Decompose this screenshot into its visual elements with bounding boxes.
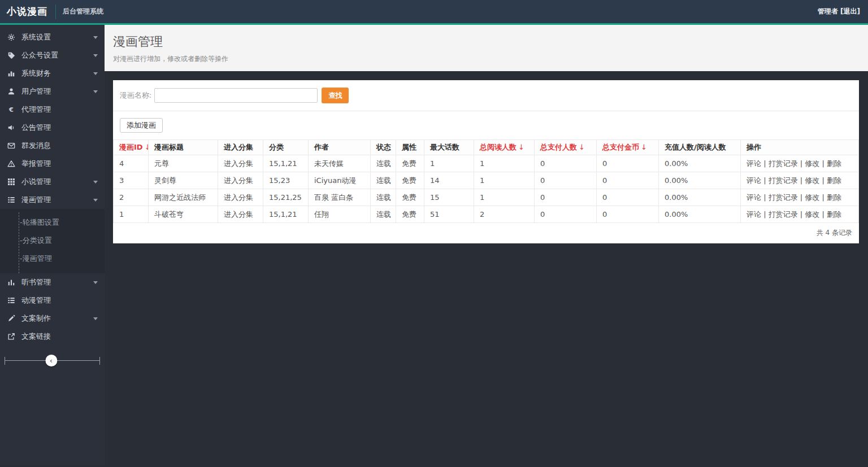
record-count: 共 4 条记录 (113, 223, 859, 243)
op-separator: | (798, 159, 805, 168)
table-cell: 1 (474, 155, 535, 172)
table-cell: 连载 (371, 189, 396, 206)
edit-link[interactable]: 修改 (805, 176, 819, 185)
op-separator: | (761, 176, 769, 185)
comment-link[interactable]: 评论 (747, 176, 761, 185)
table-row: 2网游之近战法师进入分集15,21,25百泉 蓝白条连载免费151000.00%… (114, 189, 859, 206)
edit-link[interactable]: 修改 (805, 210, 819, 219)
delete-link[interactable]: 删除 (827, 193, 841, 202)
edit-link[interactable]: 修改 (805, 159, 819, 168)
op-separator: | (798, 210, 805, 219)
reward-record-link[interactable]: 打赏记录 (769, 176, 798, 185)
enter-episodes-link[interactable]: 进入分集 (224, 159, 253, 168)
table-cell: 元尊 (149, 155, 218, 172)
collapse-sidebar-button[interactable]: ‹ (45, 355, 57, 366)
table-cell: 15,1,21 (263, 155, 309, 172)
enter-episodes-link[interactable]: 进入分集 (224, 210, 253, 219)
column-header-8[interactable]: 总阅读人数↓ (474, 140, 535, 155)
table-cell: 0 (597, 206, 659, 223)
sidebar-item-mass-message[interactable]: 群发消息 (0, 137, 105, 155)
table-cell: 进入分集 (218, 206, 263, 223)
page-header: 漫画管理 对漫画进行增加，修改或者删除等操作 (105, 25, 868, 71)
enter-episodes-link[interactable]: 进入分集 (224, 193, 253, 202)
bar-chart-icon (7, 69, 15, 78)
audio-icon (7, 278, 15, 287)
table-cell: 免费 (396, 172, 424, 189)
chevron-down-icon (93, 54, 98, 57)
op-separator: | (819, 176, 827, 185)
delete-link[interactable]: 删除 (827, 210, 841, 219)
reward-record-link[interactable]: 打赏记录 (769, 193, 798, 202)
table-cell: 连载 (371, 206, 396, 223)
table-row: 1斗破苍穹进入分集15,1,21任翔连载免费512000.00%评论 | 打赏记… (114, 206, 859, 223)
list-icon (7, 296, 15, 305)
column-header-0[interactable]: 漫画ID↓ (114, 140, 149, 155)
op-separator: | (798, 193, 805, 202)
column-header-11[interactable]: 充值人数/阅读人数 (659, 140, 741, 155)
comic-name-input[interactable] (154, 88, 318, 103)
current-user-label: 管理者 (818, 7, 838, 15)
add-comic-button[interactable]: 添加漫画 (120, 118, 163, 133)
column-header-6[interactable]: 属性 (396, 140, 424, 155)
sidebar-item-audiobook-management[interactable]: 听书管理 (0, 273, 105, 291)
column-header-7[interactable]: 最大话数 (424, 140, 474, 155)
sidebar-item-label: 群发消息 (21, 141, 98, 151)
sidebar-item-system-settings[interactable]: 系统设置 (0, 28, 105, 46)
comment-link[interactable]: 评论 (747, 193, 761, 202)
column-header-3[interactable]: 分类 (263, 140, 309, 155)
sidebar-item-official-account-settings[interactable]: 公众号设置 (0, 46, 105, 64)
sidebar-item-anime-management[interactable]: 动漫管理 (0, 291, 105, 309)
column-header-2[interactable]: 进入分集 (218, 140, 263, 155)
euro-icon: € (7, 106, 15, 114)
comment-link[interactable]: 评论 (747, 159, 761, 168)
column-header-10[interactable]: 总支付金币↓ (597, 140, 659, 155)
column-header-5[interactable]: 状态 (371, 140, 396, 155)
edit-link[interactable]: 修改 (805, 193, 819, 202)
table-cell: 0.00% (659, 189, 741, 206)
column-header-12[interactable]: 操作 (741, 140, 859, 155)
table-cell: 2 (114, 189, 149, 206)
sidebar-item-report-management[interactable]: 举报管理 (0, 155, 105, 173)
table-cell: 0 (597, 189, 659, 206)
sidebar-item-agent-management[interactable]: €代理管理 (0, 101, 105, 119)
sidebar-item-copywriting-link[interactable]: 文案链接 (0, 328, 105, 346)
page-subtitle: 对漫画进行增加，修改或者删除等操作 (113, 54, 859, 64)
table-cell: 网游之近战法师 (149, 189, 218, 206)
sidebar-item-novel-management[interactable]: 小说管理 (0, 173, 105, 191)
column-header-1[interactable]: 漫画标题 (149, 140, 218, 155)
column-header-4[interactable]: 作者 (309, 140, 371, 155)
main-area: 漫画管理 对漫画进行增加，修改或者删除等操作 漫画名称: 查找 添加漫画 (105, 25, 868, 465)
delete-link[interactable]: 删除 (827, 159, 841, 168)
sidebar-item-copywriting-production[interactable]: 文案制作 (0, 309, 105, 328)
delete-link[interactable]: 删除 (827, 176, 841, 185)
sidebar-item-label: 文案制作 (21, 313, 93, 324)
sidebar-subitem-category-settings[interactable]: -分类设置 (0, 232, 105, 250)
chevron-down-icon (93, 317, 98, 320)
content-panel: 漫画名称: 查找 添加漫画 漫画ID↓漫画标题进入分集分类作者状态属性最大话数总… (113, 80, 859, 243)
table-cell: 51 (424, 206, 474, 223)
logout-link[interactable]: [退出] (840, 7, 860, 15)
chevron-down-icon (93, 36, 98, 39)
sidebar-item-comic-management[interactable]: 漫画管理 (0, 191, 105, 209)
sidebar-subitem-carousel-settings[interactable]: -轮播图设置 (0, 213, 105, 232)
share-icon (7, 333, 15, 341)
sidebar-item-system-finance[interactable]: 系统财务 (0, 64, 105, 82)
operations-cell: 评论 | 打赏记录 | 修改 | 删除 (741, 155, 859, 172)
topbar: 小说漫画 后台管理系统 管理者 [退出] (0, 0, 868, 25)
sidebar-item-announcement-management[interactable]: 公告管理 (0, 119, 105, 137)
brand-logo[interactable]: 小说漫画 (0, 5, 55, 18)
sidebar-subitem-comic-management-page[interactable]: -漫画管理 (0, 250, 105, 268)
sidebar-resize-slider[interactable]: ‹ (5, 355, 100, 367)
comment-link[interactable]: 评论 (747, 210, 761, 219)
table-cell: 未天传媒 (309, 155, 371, 172)
table-cell: 15 (424, 189, 474, 206)
sidebar: 系统设置公众号设置系统财务用户管理€代理管理公告管理群发消息举报管理小说管理漫画… (0, 25, 105, 465)
reward-record-link[interactable]: 打赏记录 (769, 159, 798, 168)
sidebar-item-user-management[interactable]: 用户管理 (0, 82, 105, 101)
sidebar-item-label: 公告管理 (21, 123, 98, 133)
reward-record-link[interactable]: 打赏记录 (769, 210, 798, 219)
table-cell: 0 (597, 155, 659, 172)
search-button[interactable]: 查找 (322, 88, 349, 103)
column-header-9[interactable]: 总支付人数↓ (535, 140, 597, 155)
enter-episodes-link[interactable]: 进入分集 (224, 176, 253, 185)
